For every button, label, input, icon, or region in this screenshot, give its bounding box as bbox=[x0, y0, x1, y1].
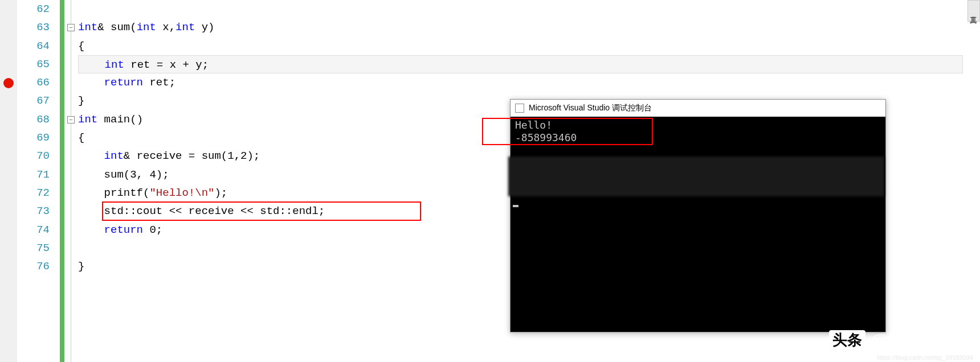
line-number: 64 bbox=[17, 37, 50, 55]
debug-console-window[interactable]: Microsoft Visual Studio 调试控制台 Hello! -85… bbox=[510, 99, 886, 332]
watermark-text: @快乐江湖啊 bbox=[871, 328, 973, 352]
line-number: 62 bbox=[17, 0, 50, 18]
console-cursor bbox=[513, 205, 518, 207]
outline-gutter[interactable]: − − bbox=[64, 0, 78, 362]
line-number: 69 bbox=[17, 129, 50, 147]
console-output[interactable]: Hello! -858993460 bbox=[511, 117, 885, 332]
line-number: 68 bbox=[17, 110, 50, 129]
current-line[interactable]: int ret = x + y; bbox=[78, 55, 963, 73]
line-number: 74 bbox=[17, 221, 50, 239]
line-number: 65 bbox=[17, 55, 50, 73]
code-line[interactable]: { bbox=[78, 37, 980, 55]
outline-guide bbox=[71, 0, 71, 362]
line-number: 66 bbox=[17, 73, 50, 92]
line-number: 70 bbox=[17, 147, 50, 165]
watermark: 头条 @快乐江湖啊 bbox=[829, 328, 973, 352]
code-line[interactable]: int& sum(int x,int y) bbox=[78, 18, 980, 36]
console-line: -858993460 bbox=[515, 131, 881, 144]
line-number: 71 bbox=[17, 166, 50, 184]
line-number: 76 bbox=[17, 257, 50, 275]
line-number: 63 bbox=[17, 18, 50, 36]
redacted-region bbox=[508, 157, 884, 196]
console-app-icon bbox=[515, 104, 524, 113]
change-indicator-bar bbox=[60, 0, 64, 362]
line-number: 72 bbox=[17, 184, 50, 202]
console-line: Hello! bbox=[515, 119, 881, 131]
code-line[interactable] bbox=[78, 0, 980, 18]
fold-toggle[interactable]: − bbox=[67, 116, 75, 124]
code-line[interactable]: return ret; bbox=[78, 73, 980, 92]
console-titlebar[interactable]: Microsoft Visual Studio 调试控制台 bbox=[511, 100, 885, 117]
console-title: Microsoft Visual Studio 调试控制台 bbox=[529, 103, 652, 113]
line-number: 73 bbox=[17, 202, 50, 220]
breakpoint-gutter[interactable] bbox=[0, 0, 17, 362]
toolbox-tab[interactable]: 工具 bbox=[967, 0, 980, 22]
line-number-gutter: 62 63 64 65 66 67 68 69 70 71 72 73 74 7… bbox=[17, 0, 60, 362]
line-number: 75 bbox=[17, 239, 50, 257]
watermark-logo: 头条 bbox=[829, 330, 865, 350]
breakpoint-marker[interactable] bbox=[3, 78, 14, 88]
fold-toggle[interactable]: − bbox=[67, 24, 75, 31]
watermark-url: https://blog.csdn.net/qq_39183034 bbox=[877, 354, 973, 361]
line-number: 67 bbox=[17, 92, 50, 110]
